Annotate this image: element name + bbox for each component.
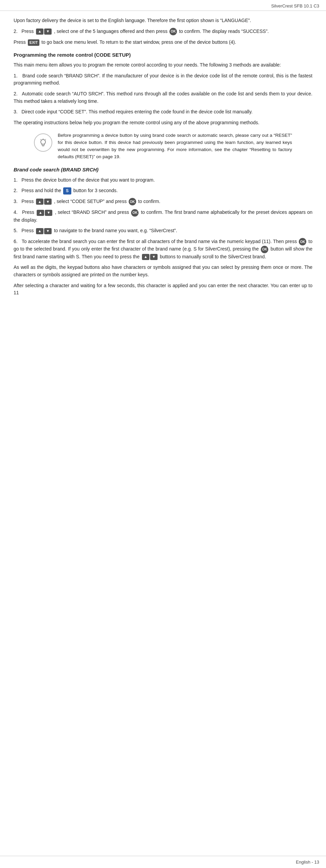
brand-step-4: 4. Press ▲ ▼ , select “BRAND SRCH” and p… bbox=[14, 209, 312, 224]
method-2-text: Automatic code search “AUTO SRCH”. This … bbox=[14, 91, 312, 104]
arrow-buttons-step5[interactable]: ▲ ▼ bbox=[36, 228, 52, 234]
brand-step-3-num: 3. bbox=[14, 199, 20, 204]
arrow-buttons-step2[interactable]: ▲ ▼ bbox=[36, 29, 52, 35]
up-arrow-icon-s3[interactable]: ▲ bbox=[36, 199, 43, 205]
press-exit-text: to go back one menu level. To return to … bbox=[41, 39, 236, 45]
up-arrow-icon-s4[interactable]: ▲ bbox=[37, 210, 44, 216]
method-1-num: 1. bbox=[14, 73, 21, 78]
method-1-text: Brand code search “BRAND SRCH”. If the m… bbox=[14, 73, 312, 86]
page-container: SilverCrest SFB 10.1 C3 Upon factory del… bbox=[0, 0, 326, 868]
page-footer: English - 13 bbox=[0, 856, 326, 868]
exit-button[interactable]: EXIT bbox=[28, 39, 39, 46]
brand-step-4-num: 4. bbox=[14, 209, 21, 215]
arrow-buttons-step3[interactable]: ▲ ▼ bbox=[36, 199, 52, 205]
press-label: Press bbox=[21, 29, 35, 34]
brand-step-4-text-before: Press bbox=[22, 209, 34, 215]
brand-step-1-text: Press the device button of the device th… bbox=[21, 177, 155, 183]
step2-paragraph: 2. Press ▲ ▼ , select one of the 5 langu… bbox=[14, 28, 312, 35]
operating-instructions: The operating instructions below help yo… bbox=[14, 119, 312, 127]
down-arrow-icon-s4[interactable]: ▼ bbox=[45, 210, 52, 216]
brand-step-6-text: To accelerate the brand search you can e… bbox=[22, 239, 297, 244]
methods-list: 1. Brand code search “BRAND SRCH”. If th… bbox=[14, 72, 312, 116]
note-text-content: Before programming a device button by us… bbox=[58, 132, 292, 161]
lightbulb-icon bbox=[38, 137, 48, 148]
section-p1: This main menu item allows you to progra… bbox=[14, 61, 312, 69]
arrow-buttons-step6[interactable]: ▲ ▼ bbox=[142, 254, 158, 260]
brand-step-5-text-before: Press bbox=[21, 228, 34, 233]
brand-step-2-text-before: Press and hold the bbox=[21, 188, 61, 193]
note-box: Before programming a device button by us… bbox=[34, 132, 292, 161]
down-arrow-icon[interactable]: ▼ bbox=[44, 29, 52, 35]
down-arrow-icon-s6[interactable]: ▼ bbox=[150, 254, 158, 260]
header-title: SilverCrest SFB 10.1 C3 bbox=[271, 3, 319, 8]
main-content: Upon factory delivery the device is set … bbox=[0, 11, 326, 868]
after-selecting-paragraph: After selecting a character and waiting … bbox=[14, 282, 312, 297]
brand-step-2: 2. Press and hold the S button for 3 sec… bbox=[14, 187, 312, 195]
s-button[interactable]: S bbox=[63, 187, 71, 195]
ok-button-step6b[interactable]: OK bbox=[261, 246, 268, 253]
brand-step-5-num: 5. bbox=[14, 228, 20, 233]
method-3: 3. Direct code input “CODE SET”. This me… bbox=[14, 108, 312, 116]
step2-label: 2. bbox=[14, 29, 20, 34]
method-3-num: 3. bbox=[14, 109, 20, 114]
ok-button-step2[interactable]: OK bbox=[169, 28, 177, 35]
svg-line-3 bbox=[45, 139, 46, 140]
note-icon bbox=[34, 133, 52, 152]
up-arrow-icon-s5[interactable]: ▲ bbox=[36, 228, 43, 234]
brand-step-1-num: 1. bbox=[14, 177, 20, 183]
brand-step-3-text-mid: , select “CODE SETUP” and press bbox=[54, 199, 127, 204]
brand-step-6: 6. To accelerate the brand search you ca… bbox=[14, 238, 312, 260]
ok-button-step4[interactable]: OK bbox=[131, 209, 139, 217]
brand-step-3-text-after: to confirm. bbox=[138, 199, 160, 204]
up-arrow-icon[interactable]: ▲ bbox=[36, 29, 43, 35]
brand-heading: Brand code search (BRAND SRCH) bbox=[14, 166, 312, 173]
press-word: Press bbox=[14, 39, 26, 45]
down-arrow-icon-s5[interactable]: ▼ bbox=[44, 228, 52, 234]
brand-step-4-text-mid: , select “BRAND SRCH” and press bbox=[55, 209, 129, 215]
method-1: 1. Brand code search “BRAND SRCH”. If th… bbox=[14, 72, 312, 87]
brand-step-6-num: 6. bbox=[14, 239, 20, 244]
brand-step-3-text-before: Press bbox=[21, 199, 34, 204]
method-2: 2. Automatic code search “AUTO SRCH”. Th… bbox=[14, 90, 312, 105]
svg-line-4 bbox=[40, 139, 41, 140]
arrow-buttons-step4[interactable]: ▲ ▼ bbox=[36, 210, 53, 216]
intro-paragraph: Upon factory delivery the device is set … bbox=[14, 17, 312, 24]
step2-text2: to confirm. The display reads “SUCCESS”. bbox=[179, 29, 269, 34]
brand-step-5: 5. Press ▲ ▼ to navigate to the brand na… bbox=[14, 227, 312, 235]
brand-step-1: 1. Press the device button of the device… bbox=[14, 177, 312, 184]
press-exit-paragraph: Press EXIT to go back one menu level. To… bbox=[14, 39, 312, 46]
method-2-num: 2. bbox=[14, 91, 21, 96]
down-arrow-icon-s3[interactable]: ▼ bbox=[44, 199, 52, 205]
ok-button-step3[interactable]: OK bbox=[129, 198, 136, 205]
page-header: SilverCrest SFB 10.1 C3 bbox=[0, 0, 326, 11]
brand-step-2-num: 2. bbox=[14, 188, 20, 193]
up-arrow-icon-s6[interactable]: ▲ bbox=[142, 254, 149, 260]
method-3-text: Direct code input “CODE SET”. This metho… bbox=[21, 109, 252, 114]
brand-step-2-text-after: button for 3 seconds. bbox=[73, 188, 118, 193]
step2-text: , select one of the 5 languages offered … bbox=[54, 29, 167, 34]
brand-step-3: 3. Press ▲ ▼ , select “CODE SETUP” and p… bbox=[14, 198, 312, 205]
ok-button-step6a[interactable]: OK bbox=[299, 238, 306, 245]
brand-step-6-text4: buttons to manually scroll to the Silver… bbox=[160, 254, 266, 259]
footer-text: English - 13 bbox=[296, 860, 319, 865]
section-heading: Programming the remote control (CODE SET… bbox=[14, 51, 312, 59]
as-well-paragraph: As well as the digits, the keypad button… bbox=[14, 264, 312, 278]
svg-point-0 bbox=[41, 140, 46, 144]
brand-step-5-text-after: to navigate to the brand name you want, … bbox=[54, 228, 177, 233]
